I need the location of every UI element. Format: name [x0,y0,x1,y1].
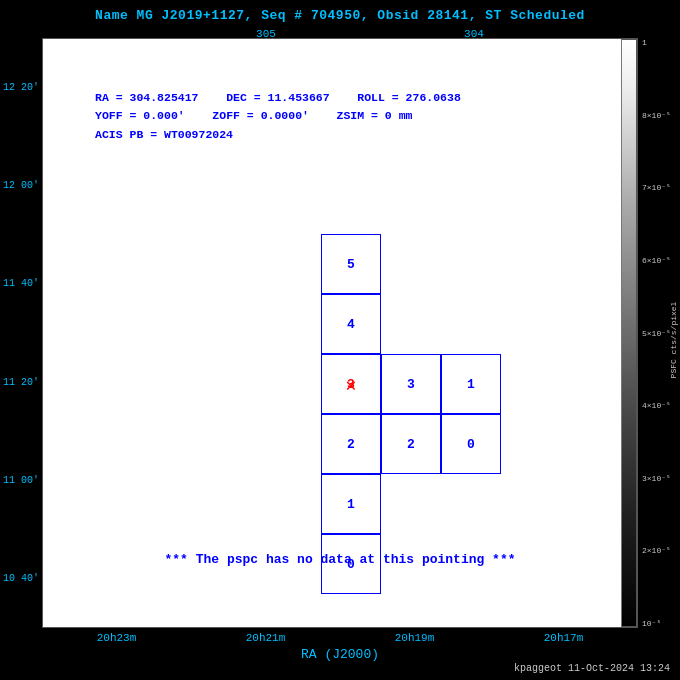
dec-tick-4: 11 20' [3,377,39,388]
dec-tick-6: 10 40' [3,573,39,584]
dec-tick-2: 12 00' [3,180,39,191]
title-text: Name MG J2019+1127, Seq # 704950, Obsid … [95,8,585,23]
psfc-label-2: 8×10⁻⁵ [642,111,671,120]
ccd-chip-2-left: 2 [321,414,381,474]
psfc-label-1: 1 [642,38,647,47]
ccd-chip-5: 5 [321,234,381,294]
ccd-chip-0-right: 0 [441,414,501,474]
ccd-chip-2-right: 2 [381,414,441,474]
dec-axis-labels: 12 20' 12 00' 11 40' 11 20' 11 00' 10 40… [0,38,42,628]
title-bar: Name MG J2019+1127, Seq # 704950, Obsid … [0,8,680,23]
psfc-label-4: 6×10⁻⁵ [642,256,671,265]
dec-tick-5: 11 00' [3,475,39,486]
dec-tick-1: 12 20' [3,82,39,93]
info-box: RA = 304.825417 DEC = 11.453667 ROLL = 2… [95,89,461,144]
pspc-message: *** The pspc has no data at this pointin… [43,552,637,567]
ra-bottom-1: 20h23m [97,632,137,644]
acis-line: ACIS PB = WT00972024 [95,126,461,144]
ccd-chip-4: 4 [321,294,381,354]
psfc-axis-title: PSFC cts/s/pixel [669,302,678,379]
psfc-label-8: 2×10⁻⁵ [642,546,671,555]
ccd-chip-3-right: 3 [381,354,441,414]
chart-area: RA = 304.825417 DEC = 11.453667 ROLL = 2… [42,38,638,628]
psfc-label-5: 5×10⁻⁵ [642,329,671,338]
ra-bottom-2: 20h21m [246,632,286,644]
ccd-chip-1-left: 1 [321,474,381,534]
ra-bottom-3: 20h19m [395,632,435,644]
ra-labels-bottom: 20h23m 20h21m 20h19m 20h17m [42,632,638,644]
psfc-label-9: 10⁻⁵ [642,619,661,628]
timestamp-label: kpaggeot 11-Oct-2024 13:24 [514,663,670,674]
main-container: Name MG J2019+1127, Seq # 704950, Obsid … [0,0,680,680]
yoff-line: YOFF = 0.000' ZOFF = 0.0000' ZSIM = 0 mm [95,107,461,125]
dec-tick-3: 11 40' [3,278,39,289]
target-crosshair: ✕ [346,374,357,396]
colorbar [621,39,637,627]
psfc-label-3: 7×10⁻⁵ [642,183,671,192]
ccd-chip-1-right: 1 [441,354,501,414]
ra-bottom-4: 20h17m [544,632,584,644]
ra-axis-label: RA (J2000) [0,647,680,662]
psfc-label-6: 4×10⁻⁵ [642,401,671,410]
ra-line: RA = 304.825417 DEC = 11.453667 ROLL = 2… [95,89,461,107]
psfc-label-7: 3×10⁻⁵ [642,474,671,483]
